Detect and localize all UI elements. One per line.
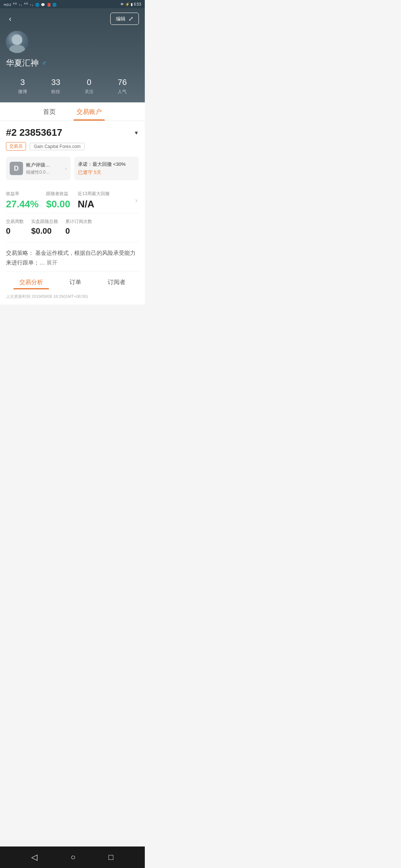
popularity-label: 人气 [106, 89, 139, 95]
trader-badge: 交易员 [6, 142, 26, 151]
promise-days-value: 5天 [94, 170, 101, 175]
tab-analysis-label: 交易分析 [19, 279, 43, 285]
avatar-image [6, 31, 28, 53]
grade-card[interactable]: D 账户评级… 稳健性0.0… › [6, 157, 71, 180]
grade-card-text: 账户评级… 稳健性0.0… [26, 162, 62, 175]
follower-return-value: $0.00 [46, 198, 70, 210]
tab-trading-label: 交易账户 [76, 108, 102, 115]
popularity-value: 76 [106, 78, 139, 87]
follow-total-label: 实盘跟随总额 [31, 218, 58, 225]
stat-popularity[interactable]: 76 人气 [106, 78, 139, 95]
trading-weeks-value: 0 [6, 226, 24, 236]
broker-badge: Gain Capital Forex.com [30, 143, 85, 150]
tab-home-label: 首页 [43, 108, 56, 115]
metrics-group-1: 收益率 27.44% 跟随者收益 $0.00 近13周最大回撤 N/A [6, 191, 134, 210]
grade-letter: D [14, 165, 19, 172]
strategy-text: 交易策略： 基金运作模式，根据自己的风险承受能力来进行跟单；… 展开 [6, 250, 136, 266]
clock: 6:53 [134, 2, 141, 6]
grade-arrow: › [65, 165, 67, 171]
share-icon: ⤢ [128, 15, 133, 22]
promise-days: 已遵守 5天 [78, 169, 135, 176]
strategy-section: 交易策略： 基金运作模式，根据自己的风险承受能力来进行跟单；… 展开 [6, 242, 139, 272]
username-row: 华夏汇神 ♂ [6, 57, 139, 69]
avatar [6, 31, 28, 53]
status-left: HD2 4G ↑↓ 4G ↑↓ 🌐 💬 📕 🌐 [4, 2, 57, 7]
tab-trading-account[interactable]: 交易账户 [74, 102, 105, 121]
metrics-row-1[interactable]: 收益率 27.44% 跟随者收益 $0.00 近13周最大回撤 N/A › [6, 186, 139, 213]
main-content: #2 23853617 ▼ 交易员 Gain Capital Forex.com… [0, 121, 145, 305]
gender-icon: ♂ [42, 59, 47, 67]
battery-icon: ▮ [131, 2, 133, 6]
grade-title: 账户评级… [26, 162, 62, 168]
promise-days-label: 已遵守 [78, 170, 92, 175]
stat-following[interactable]: 0 关注 [72, 78, 106, 95]
max-drawdown-label: 近13周最大回撤 [78, 191, 109, 197]
follower-return-label: 跟随者收益 [46, 191, 70, 197]
max-drawdown-value: N/A [78, 198, 109, 210]
strategy-label: 交易策略： [6, 250, 34, 256]
account-id-row: #2 23853617 ▼ [6, 127, 139, 138]
weibo-value: 3 [6, 78, 39, 87]
stat-weibo[interactable]: 3 微博 [6, 78, 39, 95]
edit-label: 编辑 [116, 16, 125, 22]
profile-stats-row: 3 微博 33 粉丝 0 关注 76 人气 [6, 78, 139, 95]
strategy-expand-button[interactable]: 展开 [46, 259, 58, 266]
badge-row: 交易员 Gain Capital Forex.com [6, 142, 139, 151]
account-dropdown[interactable]: ▼ [134, 130, 139, 136]
tab-home[interactable]: 首页 [40, 102, 59, 121]
max-drawdown: 近13周最大回撤 N/A [78, 191, 109, 210]
stat-followers[interactable]: 33 粉丝 [39, 78, 73, 95]
tab-orders-label: 订单 [69, 279, 81, 285]
subscribe-count-label: 累计订阅次数 [65, 218, 92, 225]
update-time: 上次更新时间 2019/09/08 18:29(GMT+08:00) [6, 292, 139, 305]
follow-total: 实盘跟随总额 $0.00 [31, 218, 58, 236]
weibo-label: 微博 [6, 89, 39, 95]
return-rate: 收益率 27.44% [6, 191, 39, 210]
follower-return: 跟随者收益 $0.00 [46, 191, 70, 210]
grade-sub: 稳健性0.0… [26, 169, 62, 175]
following-label: 关注 [72, 89, 106, 95]
profile-header: ‹ 编辑 ⤢ 华夏汇神 ♂ 3 微博 33 粉丝 0 关注 76 人气 [0, 8, 145, 102]
status-bar: HD2 4G ↑↓ 4G ↑↓ 🌐 💬 📕 🌐 👁 ⚡ ▮ 6:53 [0, 0, 145, 8]
followers-value: 33 [39, 78, 73, 87]
return-rate-value: 27.44% [6, 198, 39, 210]
status-right: 👁 ⚡ ▮ 6:53 [120, 2, 141, 6]
tab-subscribers[interactable]: 订阅者 [102, 277, 131, 289]
trading-weeks: 交易周数 0 [6, 218, 24, 236]
bluetooth-icon: ⚡ [125, 2, 130, 6]
promise-card: 承诺：最大回撤 <30% 已遵守 5天 [74, 157, 139, 180]
subscribe-count: 累计订阅次数 0 [65, 218, 92, 236]
tab-subscribers-label: 订阅者 [108, 279, 125, 285]
promise-title: 承诺：最大回撤 <30% [78, 161, 135, 168]
edit-share-button[interactable]: 编辑 ⤢ [110, 13, 139, 25]
eye-icon: 👁 [120, 2, 124, 6]
grade-box: D [10, 162, 23, 175]
tab-navigation: 首页 交易账户 [0, 102, 145, 121]
following-value: 0 [72, 78, 106, 87]
username: 华夏汇神 [6, 57, 39, 69]
network-indicator: HD2 4G ↑↓ 4G ↑↓ 🌐 💬 📕 🌐 [4, 2, 57, 7]
trading-weeks-label: 交易周数 [6, 218, 24, 225]
info-cards: D 账户评级… 稳健性0.0… › 承诺：最大回撤 <30% 已遵守 5天 [6, 157, 139, 180]
return-rate-label: 收益率 [6, 191, 39, 197]
account-id: #2 23853617 [6, 127, 62, 138]
metrics-arrow[interactable]: › [134, 197, 139, 204]
subscribe-count-value: 0 [65, 226, 92, 236]
back-button[interactable]: ‹ [6, 13, 14, 24]
followers-label: 粉丝 [39, 89, 73, 95]
avatar-row [6, 31, 139, 53]
follow-total-value: $0.00 [31, 226, 58, 236]
header-top: ‹ 编辑 ⤢ [6, 13, 139, 25]
tab-analysis[interactable]: 交易分析 [13, 277, 49, 289]
tab-orders[interactable]: 订单 [63, 277, 87, 289]
metrics-row-2: 交易周数 0 实盘跟随总额 $0.00 累计订阅次数 0 [6, 213, 139, 242]
content-tabs: 交易分析 订单 订阅者 [6, 272, 139, 292]
